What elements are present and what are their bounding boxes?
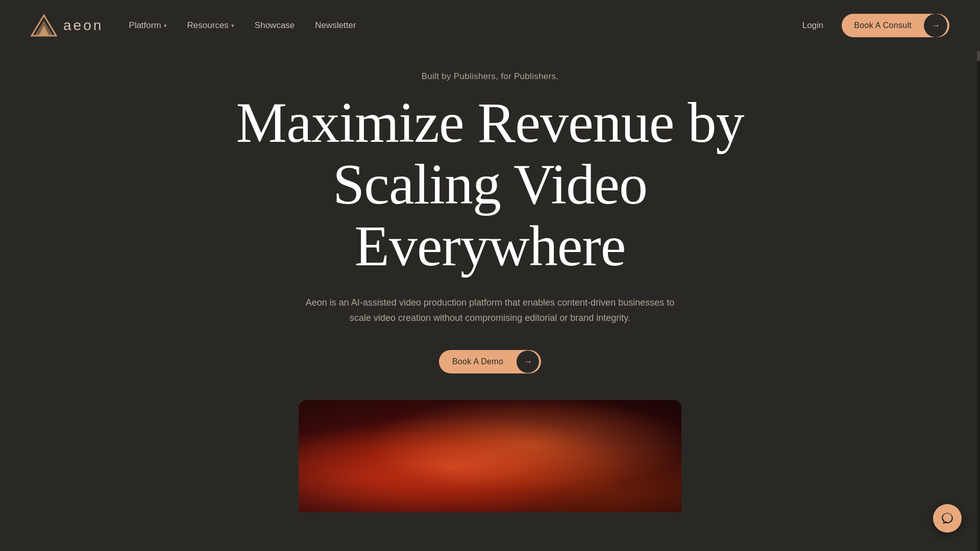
chevron-down-icon: ▾ bbox=[164, 22, 167, 29]
hero-description: Aeon is an AI-assisted video production … bbox=[301, 295, 679, 325]
chat-widget-button[interactable] bbox=[933, 504, 962, 533]
scrollbar-track[interactable] bbox=[977, 0, 980, 551]
logo[interactable]: aeon bbox=[31, 14, 103, 37]
nav-link-showcase[interactable]: Showcase bbox=[255, 20, 295, 31]
nav-link-newsletter[interactable]: Newsletter bbox=[315, 20, 356, 31]
logo-icon bbox=[31, 14, 57, 37]
navbar: aeon Platform ▾ Resources ▾ Showcase New… bbox=[0, 0, 980, 51]
logo-text: aeon bbox=[63, 17, 103, 34]
hero-title: Maximize Revenue by Scaling Video Everyw… bbox=[236, 92, 744, 277]
chevron-down-icon: ▾ bbox=[231, 22, 234, 29]
nav-link-resources[interactable]: Resources ▾ bbox=[187, 20, 234, 31]
book-demo-button[interactable]: Book A Demo → bbox=[439, 350, 541, 373]
book-demo-arrow-box: → bbox=[517, 350, 539, 373]
hero-subtitle: Built by Publishers, for Publishers. bbox=[422, 71, 559, 82]
book-consult-arrow-box: → bbox=[924, 14, 947, 37]
nav-left: aeon Platform ▾ Resources ▾ Showcase New… bbox=[31, 14, 356, 37]
login-link[interactable]: Login bbox=[802, 20, 824, 31]
chat-icon bbox=[941, 512, 954, 525]
nav-link-platform[interactable]: Platform ▾ bbox=[129, 20, 166, 31]
book-consult-button[interactable]: Book A Consult → bbox=[842, 14, 949, 37]
nav-links: Platform ▾ Resources ▾ Showcase Newslett… bbox=[129, 20, 356, 31]
video-preview bbox=[299, 400, 681, 512]
video-preview-background bbox=[299, 400, 681, 512]
nav-right: Login Book A Consult → bbox=[802, 14, 949, 37]
hero-section: Built by Publishers, for Publishers. Max… bbox=[0, 51, 980, 512]
